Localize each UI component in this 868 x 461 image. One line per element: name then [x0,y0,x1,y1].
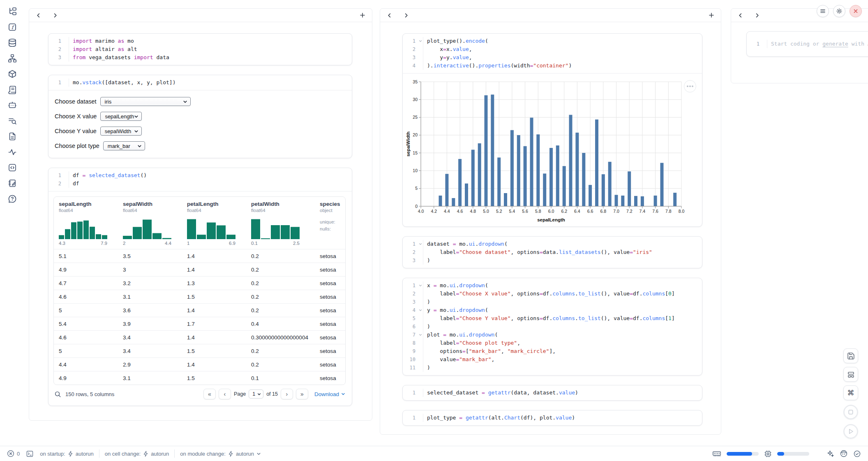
help-icon[interactable] [7,194,17,204]
code-cell-vstack[interactable]: 1mo.vstack([dataset, x, y, plot]) Choose… [48,75,352,158]
first-page-button[interactable]: « [203,389,216,399]
fold-toggle[interactable] [418,281,423,290]
search-icon[interactable] [54,391,61,398]
code-cell-dataset-dropdown[interactable]: 1dataset = mo.ui.dropdown(2 label="Choos… [402,236,702,268]
table-row[interactable]: 4.63.11.50.2setosa [54,290,345,303]
add-cell-button[interactable] [709,12,714,18]
table-row[interactable]: 4.42.91.40.2setosa [54,357,345,371]
search-logs-icon[interactable] [7,116,17,126]
next-column-button[interactable] [53,13,58,18]
code-line[interactable]: 8 label="Choose plot type", [403,339,702,347]
scratchpad-icon[interactable] [7,178,17,188]
code-line[interactable]: 4y = mo.ui.dropdown( [403,306,702,314]
code-line[interactable]: 1x = mo.ui.dropdown( [403,281,702,290]
table-row[interactable]: 53.61.40.2setosa [54,303,345,317]
run-button[interactable] [843,424,858,439]
code-cell-plot[interactable]: 1plot_type().encode(2 x=x.value,3 y=y.va… [402,33,702,227]
column-name[interactable]: petalWidth [251,201,315,207]
choose-x-value-select[interactable]: sepalLength [100,112,142,121]
next-page-button[interactable]: › [281,389,293,399]
packages-icon[interactable] [7,69,17,79]
next-column-button[interactable] [755,13,760,18]
code-line[interactable]: 3 y=y.value, [403,53,702,62]
choose-plot-type-select[interactable]: mark_bar [103,141,145,150]
fold-toggle[interactable] [418,240,423,248]
column-name[interactable]: petalLength [187,201,246,207]
fold-toggle[interactable] [418,306,423,314]
check-circle-icon[interactable] [853,450,861,458]
runtime-on-module-change[interactable]: on module change: autorun [180,451,261,457]
code-line[interactable]: 3) [403,256,702,265]
runtime-on-startup[interactable]: on startup: autorun [40,451,94,457]
snippets-icon[interactable] [7,163,17,173]
code-line[interactable]: 1import marimo as mo [48,37,352,45]
fold-toggle[interactable] [418,331,423,339]
file-tree-icon[interactable] [7,7,17,16]
page-select[interactable]: 1 [249,390,263,399]
documentation-icon[interactable] [7,131,17,141]
last-page-button[interactable]: » [296,389,308,399]
code-line[interactable]: 2 label="Choose X value", options=df.col… [403,290,702,298]
code-line[interactable]: 1dataset = mo.ui.dropdown( [403,240,702,248]
column-name[interactable]: sepalWidth [123,201,182,207]
choose-y-value-select[interactable]: sepalWidth [100,127,142,136]
code-line[interactable]: 2df [48,180,352,188]
code-cell-dataframe[interactable]: 1df = selected_dataset()2df sepalLengthf… [48,168,352,406]
code-line[interactable]: 2 x=x.value, [403,45,702,53]
code-line[interactable]: 7plot = mo.ui.dropdown( [403,331,702,339]
choose-dataset-select[interactable]: iris [100,97,191,106]
code-line[interactable]: 4).interactive().properties(width="conta… [403,62,702,70]
code-editor-placeholder[interactable]: Start coding or generate with AI [767,40,868,48]
prev-column-button[interactable] [387,13,392,18]
stop-button[interactable] [843,405,858,420]
code-line[interactable]: 6) [403,323,702,331]
layout-button[interactable] [843,367,858,382]
empty-code-cell[interactable]: 1 Start coding or generate with AI [746,31,868,57]
runtime-on-cell-change[interactable]: on cell change: autorun [105,451,169,457]
column-name[interactable]: sepalLength [59,201,118,207]
prev-column-button[interactable] [738,13,743,18]
table-row[interactable]: 4.93.11.50.1setosa [54,371,345,385]
code-cell-plot-type[interactable]: 1plot_type = getattr(alt.Chart(df), plot… [402,410,702,426]
code-line[interactable]: 3from vega_datasets import data [48,53,352,62]
add-cell-button[interactable] [360,12,365,18]
code-line[interactable]: 2 label="Choose dataset", options=data.l… [403,248,702,256]
code-line[interactable]: 1df = selected_dataset() [48,171,352,180]
notebook-menu-button[interactable] [817,5,829,17]
prev-column-button[interactable] [36,13,41,18]
code-cell-xy-plot-dropdowns[interactable]: 1x = mo.ui.dropdown(2 label="Choose X va… [402,278,702,376]
code-line[interactable]: 9 options=["mark_bar", "mark_circle"], [403,347,702,355]
dependencies-icon[interactable] [7,53,17,63]
logs-icon[interactable] [7,85,17,95]
code-line[interactable]: 11) [403,364,702,372]
table-row[interactable]: 4.63.41.40.30000000000000004setosa [54,330,345,344]
shortcuts-button[interactable]: ⌘ [843,385,858,400]
code-line[interactable]: 1mo.vstack([dataset, x, y, plot]) [48,78,352,87]
table-row[interactable]: 5.43.91.70.4setosa [54,317,345,330]
error-count-badge[interactable]: 0 [7,450,20,457]
terminal-button[interactable] [26,450,34,458]
chart-actions-button[interactable] [684,80,696,92]
code-line[interactable]: 10 value="mark_bar", [403,355,702,364]
code-line[interactable]: 5 label="Choose Y value", options=df.col… [403,314,702,323]
column-name[interactable]: species [320,201,346,207]
code-line[interactable]: 1plot_type().encode( [403,37,702,45]
code-cell-selected-dataset[interactable]: 1selected_dataset = getattr(data, datase… [402,385,702,401]
datasources-icon[interactable] [7,38,17,48]
download-button[interactable]: Download [314,391,345,397]
table-row[interactable]: 53.41.50.2setosa [54,344,345,357]
next-column-button[interactable] [404,13,409,18]
prev-page-button[interactable]: ‹ [219,389,231,399]
fold-toggle[interactable] [418,37,423,45]
table-row[interactable]: 4.73.21.30.2setosa [54,276,345,290]
code-line[interactable]: 1selected_dataset = getattr(data, datase… [403,389,702,397]
table-row[interactable]: 5.13.51.40.2setosa [54,249,345,263]
settings-button[interactable] [833,5,845,17]
code-line[interactable]: 1plot_type = getattr(alt.Chart(df), plot… [403,414,702,422]
shutdown-button[interactable] [850,5,862,17]
save-button[interactable] [843,348,858,363]
code-line[interactable]: 3) [403,298,702,306]
chat-icon[interactable] [7,100,17,110]
functions-icon[interactable]: f [7,22,17,32]
sparkles-icon[interactable] [826,449,834,458]
